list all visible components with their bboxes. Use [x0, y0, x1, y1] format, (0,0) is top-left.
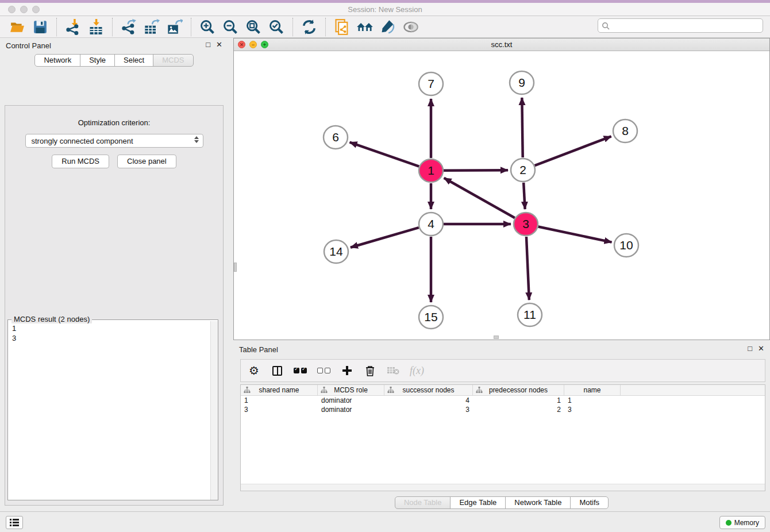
- tab-mcds[interactable]: MCDS: [153, 54, 193, 67]
- export-table-button[interactable]: [142, 18, 161, 36]
- first-neighbors-button[interactable]: [355, 18, 375, 36]
- apply-layout-button[interactable]: [299, 18, 319, 36]
- zoom-in-button[interactable]: [198, 18, 217, 36]
- table-horizontal-scrollbar[interactable]: [241, 484, 765, 491]
- graph-node-10[interactable]: 10: [614, 234, 638, 257]
- graph-node-14[interactable]: 14: [324, 240, 348, 263]
- function-builder-button[interactable]: f(x): [410, 363, 424, 378]
- tab-network[interactable]: Network: [34, 54, 80, 67]
- delete-table-button[interactable]: [387, 363, 399, 378]
- column-header-predecessor-nodes[interactable]: predecessor nodes: [473, 385, 564, 395]
- zoom-out-button[interactable]: [221, 18, 240, 36]
- table-options-button[interactable]: ⚙: [248, 363, 260, 378]
- network-graph[interactable]: 7968124314101511: [234, 51, 769, 340]
- svg-text:4: 4: [428, 217, 434, 230]
- node-table[interactable]: shared name MCDS role successor nodes pr…: [240, 384, 765, 491]
- column-header-shared-name[interactable]: shared name: [241, 385, 318, 395]
- toolbar-separator: [191, 18, 191, 36]
- status-bar: Memory: [0, 511, 770, 532]
- graph-node-6[interactable]: 6: [324, 126, 348, 149]
- control-panel-title: Control Panel: [6, 41, 51, 50]
- edge-1-2[interactable]: [444, 170, 508, 171]
- mcds-result-box: MCDS result (2 nodes) 1 3: [7, 319, 218, 500]
- close-panel-icon[interactable]: ✕: [758, 344, 764, 353]
- edge-3-1[interactable]: [444, 178, 515, 218]
- svg-text:6: 6: [332, 130, 339, 144]
- export-network-button[interactable]: [119, 18, 138, 36]
- mcds-result-text[interactable]: 1 3: [8, 321, 210, 500]
- tab-node-table[interactable]: Node Table: [395, 496, 451, 509]
- vertical-scroll-thumb[interactable]: [234, 263, 237, 272]
- column-header-name[interactable]: name: [564, 385, 621, 395]
- graphics-details-button[interactable]: [378, 18, 398, 36]
- run-mcds-button[interactable]: Run MCDS: [52, 155, 109, 168]
- search-input[interactable]: [613, 22, 763, 30]
- tab-edge-table[interactable]: Edge Table: [450, 496, 506, 509]
- open-session-button[interactable]: [7, 18, 27, 36]
- close-panel-button[interactable]: Close panel: [117, 155, 176, 168]
- graph-node-7[interactable]: 7: [419, 72, 443, 95]
- import-table-button[interactable]: [86, 18, 106, 36]
- tab-network-table[interactable]: Network Table: [505, 496, 571, 509]
- graph-node-11[interactable]: 11: [518, 303, 542, 326]
- deselect-all-rows-button[interactable]: [317, 363, 330, 378]
- zoom-fit-button[interactable]: [244, 18, 263, 36]
- edge-2-3[interactable]: [523, 183, 525, 209]
- export-image-button[interactable]: [165, 18, 184, 36]
- close-panel-icon[interactable]: ✕: [216, 40, 222, 49]
- new-network-from-selection-button[interactable]: [332, 18, 352, 36]
- network-window-title: scc.txt: [234, 40, 769, 49]
- table-tabs: Node Table Edge Table Network Table Moti…: [233, 496, 770, 509]
- table-row[interactable]: 3 dominator 3 2 3: [241, 405, 765, 414]
- tab-select[interactable]: Select: [114, 54, 153, 67]
- gear-icon: ⚙: [249, 364, 259, 377]
- search-box[interactable]: [598, 18, 763, 33]
- memory-button[interactable]: Memory: [719, 516, 765, 529]
- column-header-mcds-role[interactable]: MCDS role: [318, 385, 384, 395]
- column-selector-button[interactable]: [271, 363, 283, 378]
- delete-columns-button[interactable]: [364, 363, 376, 378]
- tab-style[interactable]: Style: [80, 54, 115, 67]
- graph-node-15[interactable]: 15: [419, 306, 443, 329]
- graph-node-2[interactable]: 2: [511, 159, 535, 182]
- column-header-successor-nodes[interactable]: successor nodes: [384, 385, 473, 395]
- graph-node-9[interactable]: 9: [510, 71, 534, 94]
- graph-node-4[interactable]: 4: [419, 213, 443, 236]
- show-hide-button[interactable]: [401, 18, 421, 36]
- network-window-titlebar[interactable]: ✕ − + scc.txt: [234, 38, 769, 51]
- edge-2-8[interactable]: [535, 136, 611, 165]
- tab-motifs[interactable]: Motifs: [570, 496, 609, 509]
- delete-table-icon: [387, 366, 399, 375]
- zoom-in-icon: [199, 19, 215, 35]
- criterion-dropdown[interactable]: strongly connected component: [25, 134, 203, 148]
- float-panel-icon[interactable]: □: [206, 40, 210, 49]
- criterion-value: strongly connected component: [32, 137, 133, 145]
- edge-1-6[interactable]: [350, 142, 419, 167]
- save-session-button[interactable]: [30, 18, 50, 36]
- result-line: 1: [12, 323, 210, 333]
- graph-node-8[interactable]: 8: [613, 119, 637, 142]
- task-history-button[interactable]: [6, 516, 23, 529]
- edge-3-10[interactable]: [538, 227, 612, 242]
- edge-4-14[interactable]: [351, 228, 419, 248]
- import-network-button[interactable]: [63, 18, 83, 36]
- create-column-button[interactable]: [341, 363, 353, 378]
- graph-node-3[interactable]: 3: [514, 213, 538, 236]
- network-canvas[interactable]: 7968124314101511: [234, 51, 769, 340]
- graph-node-1[interactable]: 1: [419, 159, 443, 182]
- horizontal-scroll-thumb[interactable]: [494, 336, 499, 339]
- import-network-icon: [65, 19, 81, 35]
- edge-2-9[interactable]: [522, 98, 522, 157]
- table-row[interactable]: 1 dominator 4 1 1: [241, 396, 765, 405]
- float-panel-icon[interactable]: □: [748, 344, 752, 353]
- titlebar-accent: [0, 0, 770, 3]
- search-icon: [602, 22, 610, 30]
- table-panel: Table Panel □ ✕ ⚙ f(x) shared name: [233, 342, 770, 510]
- edge-3-11[interactable]: [526, 237, 529, 300]
- result-scrollbar[interactable]: [210, 321, 218, 500]
- zoom-selected-button[interactable]: [267, 18, 286, 36]
- table-toolbar: ⚙ f(x): [240, 359, 765, 382]
- svg-text:1: 1: [428, 164, 434, 177]
- table-panel-title: Table Panel: [239, 345, 278, 354]
- select-all-rows-button[interactable]: [294, 363, 307, 378]
